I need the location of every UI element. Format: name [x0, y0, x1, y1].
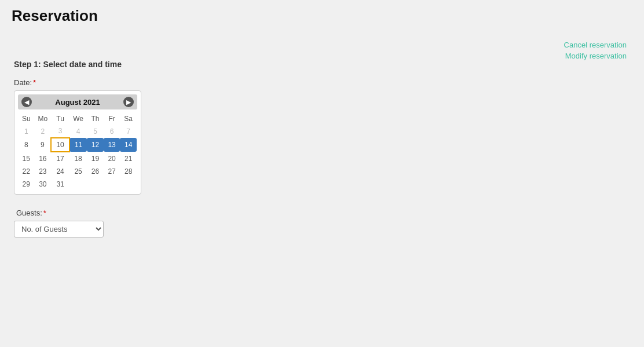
calendar-day: 3	[51, 125, 69, 138]
weekday-header: Tu	[51, 113, 69, 125]
calendar-day[interactable]: 28	[120, 165, 137, 178]
calendar-day[interactable]: 19	[87, 152, 104, 165]
calendar-day	[120, 178, 137, 191]
weekday-header: Th	[87, 113, 104, 125]
top-links: Cancel reservation Modify reservation	[564, 41, 627, 60]
cancel-reservation-link[interactable]: Cancel reservation	[564, 41, 627, 49]
date-field-label: Date:*	[14, 78, 632, 87]
calendar-day[interactable]: 26	[87, 165, 104, 178]
calendar-day[interactable]: 8	[18, 138, 35, 152]
calendar-day	[87, 178, 104, 191]
calendar-header: ◀ August 2021 ▶	[18, 94, 137, 109]
calendar-day[interactable]: 18	[69, 152, 87, 165]
calendar-day: 1	[18, 125, 35, 138]
calendar-day[interactable]: 22	[18, 165, 35, 178]
calendar-day[interactable]: 31	[51, 178, 69, 191]
weekday-header: Su	[18, 113, 35, 125]
calendar-day: 7	[120, 125, 137, 138]
calendar-day[interactable]: 30	[35, 178, 52, 191]
date-required-star: *	[33, 78, 36, 87]
calendar-day[interactable]: 14	[120, 138, 137, 152]
calendar-day: 2	[35, 125, 52, 138]
calendar-prev-button[interactable]: ◀	[21, 97, 32, 107]
calendar-day[interactable]: 27	[104, 165, 120, 178]
guests-section: Guests:* No. of Guests12345678910	[14, 209, 632, 238]
weekday-header: Sa	[120, 113, 137, 125]
calendar: ◀ August 2021 ▶ SuMoTuWeThFrSa 123456789…	[14, 90, 141, 195]
calendar-day[interactable]: 20	[104, 152, 120, 165]
calendar-next-button[interactable]: ▶	[123, 97, 134, 107]
calendar-day[interactable]: 12	[87, 138, 104, 152]
calendar-day: 5	[87, 125, 104, 138]
weekday-header: We	[69, 113, 87, 125]
guests-select[interactable]: No. of Guests12345678910	[14, 221, 104, 238]
calendar-day[interactable]: 23	[35, 165, 52, 178]
calendar-day[interactable]: 16	[35, 152, 52, 165]
calendar-day[interactable]: 17	[51, 152, 69, 165]
calendar-day: 6	[104, 125, 120, 138]
step1-label: Step 1: Select date and time	[14, 60, 632, 69]
calendar-day[interactable]: 24	[51, 165, 69, 178]
calendar-day[interactable]: 29	[18, 178, 35, 191]
calendar-day[interactable]: 21	[120, 152, 137, 165]
calendar-day[interactable]: 11	[69, 138, 87, 152]
calendar-day[interactable]: 25	[69, 165, 87, 178]
guests-field-label: Guests:*	[16, 209, 632, 217]
page-title: Reservation	[12, 7, 632, 25]
calendar-day: 4	[69, 125, 87, 138]
calendar-day[interactable]: 9	[35, 138, 52, 152]
modify-reservation-link[interactable]: Modify reservation	[565, 52, 627, 60]
calendar-day[interactable]: 10	[51, 138, 69, 152]
calendar-month-label: August 2021	[55, 98, 100, 107]
calendar-day[interactable]: 15	[18, 152, 35, 165]
calendar-grid: SuMoTuWeThFrSa 1234567891011121314151617…	[18, 113, 137, 191]
calendar-day[interactable]: 13	[104, 138, 120, 152]
calendar-day	[69, 178, 87, 191]
weekday-header: Mo	[35, 113, 52, 125]
guests-required-star: *	[43, 209, 46, 217]
calendar-day	[104, 178, 120, 191]
weekday-header: Fr	[104, 113, 120, 125]
page-container: Reservation Cancel reservation Modify re…	[0, 0, 644, 347]
